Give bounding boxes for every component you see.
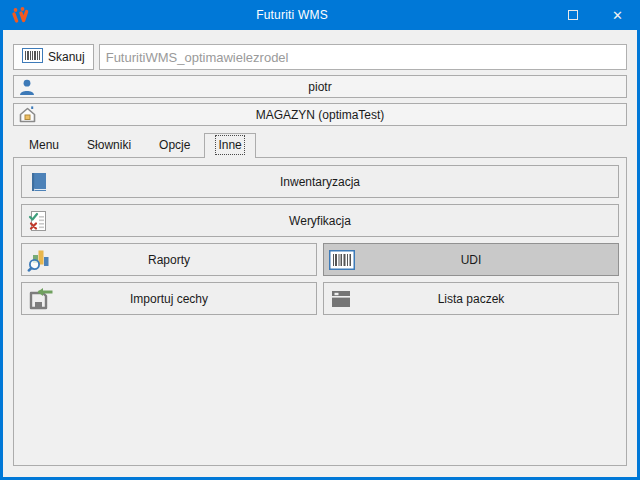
form-content: Skanuj piotr MAGAZYN (o [3,30,637,477]
scan-button-label: Skanuj [48,50,85,64]
warehouse-name: MAGAZYN (optimaTest) [14,108,626,122]
tab-menu[interactable]: Menu [15,133,73,157]
close-button[interactable]: ✕ [595,0,640,30]
scan-button[interactable]: Skanuj [13,44,94,70]
futuriti-logo-icon [8,4,34,26]
button-row: Weryfikacja [21,204,619,237]
raporty-button[interactable]: Raporty [21,243,317,276]
weryfikacja-button[interactable]: Weryfikacja [21,204,619,237]
inwentaryzacja-button[interactable]: Inwentaryzacja [21,165,619,198]
tab-panel-inne: Inwentaryzacja [13,157,627,466]
scan-row: Skanuj [13,44,627,70]
tab-strip: Menu Słowniki Opcje Inne [13,134,627,157]
scan-input[interactable] [99,44,627,70]
lista-paczek-button[interactable]: Lista paczek [323,282,619,315]
button-row: Inwentaryzacja [21,165,619,198]
maximize-icon [568,10,578,20]
warehouse-row[interactable]: MAGAZYN (optimaTest) [13,103,627,126]
close-icon: ✕ [612,9,623,22]
tab-panel-empty-space [21,321,619,458]
title-bar: Futuriti WMS ✕ [0,0,640,30]
tab-slowniki[interactable]: Słowniki [73,133,145,157]
app-window: Futuriti WMS ✕ Skan [0,0,640,480]
udi-button[interactable]: UDI [323,243,619,276]
importuj-cechy-button[interactable]: Importuj cechy [21,282,317,315]
tab-inne[interactable]: Inne [204,133,255,158]
user-name: piotr [14,80,626,94]
button-row: Raporty UDI [21,243,619,276]
window-title: Futuriti WMS [34,8,550,22]
tab-opcje[interactable]: Opcje [145,133,204,157]
button-row: Importuj cechy Lista paczek [21,282,619,315]
maximize-button[interactable] [550,0,595,30]
user-row[interactable]: piotr [13,75,627,98]
barcode-icon [22,48,43,66]
